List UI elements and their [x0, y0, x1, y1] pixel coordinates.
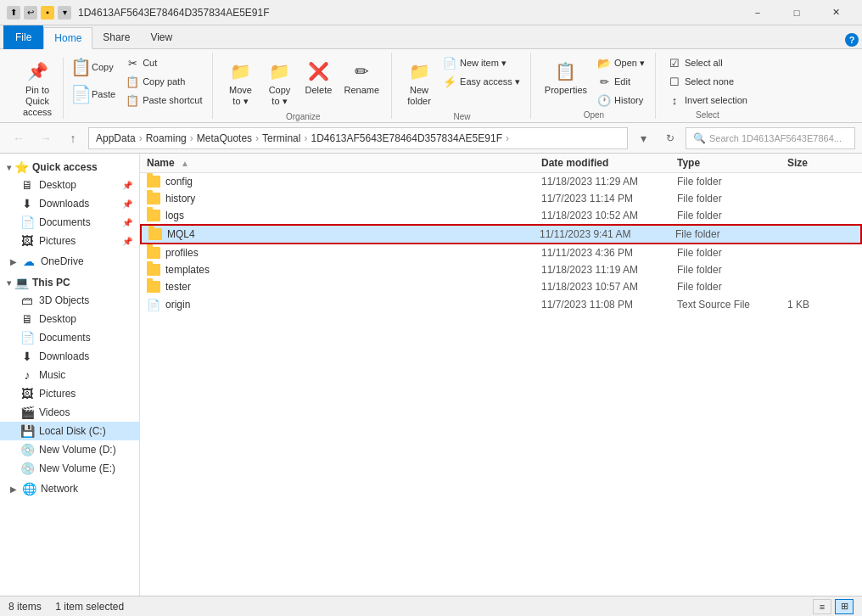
- network-section: ▶ 🌐 Network: [0, 479, 139, 498]
- col-header-name[interactable]: Name ▲: [147, 157, 541, 169]
- copy-path-button[interactable]: 📋 Copy path: [122, 73, 205, 90]
- move-to-button[interactable]: 📁 Moveto ▾: [221, 54, 259, 110]
- close-button[interactable]: ✕: [816, 0, 855, 25]
- this-pc-header[interactable]: ▾ 💻 This PC: [0, 272, 139, 291]
- refresh-button[interactable]: ↻: [658, 126, 682, 150]
- title-undo-icon: ↩: [24, 6, 37, 20]
- minimize-button[interactable]: −: [738, 0, 777, 25]
- sidebar: ▾ ⭐ Quick access 🖥 Desktop 📌 ⬇ Downloads…: [0, 154, 140, 596]
- paste-icon: 📄: [70, 84, 92, 104]
- sidebar-item-downloads2[interactable]: ⬇ Downloads: [0, 347, 139, 366]
- file-type: Text Source File: [677, 299, 787, 311]
- sidebar-item-documents[interactable]: 📄 Documents 📌: [0, 213, 139, 232]
- col-header-size[interactable]: Size: [787, 157, 855, 169]
- rename-button[interactable]: ✏ Rename: [339, 54, 384, 99]
- paste-shortcut-button[interactable]: 📋 Paste shortcut: [122, 92, 205, 109]
- sidebar-item-videos[interactable]: 🎬 Videos: [0, 403, 139, 422]
- onedrive-label: OneDrive: [41, 255, 84, 267]
- help-button[interactable]: ?: [845, 33, 859, 47]
- col-header-date[interactable]: Date modified: [541, 157, 677, 169]
- tab-view[interactable]: View: [140, 26, 182, 48]
- sidebar-item-downloads[interactable]: ⬇ Downloads 📌: [0, 194, 139, 213]
- file-type: File folder: [675, 228, 786, 240]
- sidebar-item-desktop[interactable]: 🖥 Desktop 📌: [0, 176, 139, 194]
- videos-icon: 🎬: [20, 406, 34, 419]
- clipboard-group: 📌 Pin to Quickaccess 📋 Copy 📄 Paste: [7, 53, 213, 119]
- file-type: File folder: [677, 210, 787, 221]
- open-button[interactable]: 📂 Open ▾: [594, 54, 648, 71]
- table-row[interactable]: tester 11/18/2023 10:57 AM File folder: [140, 278, 862, 295]
- sidebar-item-music[interactable]: ♪ Music: [0, 366, 139, 384]
- large-icons-view-button[interactable]: ⊞: [835, 599, 854, 614]
- address-path[interactable]: AppData › Roaming › MetaQuotes › Termina…: [88, 127, 628, 149]
- col-header-type[interactable]: Type: [677, 157, 787, 169]
- path-hash[interactable]: 1D4613AF5643E78464D357834AE5E91F: [311, 132, 502, 144]
- downloads-icon: ⬇: [20, 197, 34, 210]
- delete-button[interactable]: ❌ Delete: [299, 54, 337, 99]
- table-row[interactable]: templates 11/18/2023 11:19 AM File folde…: [140, 261, 862, 278]
- tab-share[interactable]: Share: [92, 26, 140, 48]
- path-terminal[interactable]: Terminal: [262, 132, 300, 144]
- sidebar-item-pictures2[interactable]: 🖼 Pictures: [0, 384, 139, 403]
- select-none-icon: ☐: [668, 75, 681, 88]
- pin-quick-access-button[interactable]: 📌 Pin to Quickaccess: [14, 54, 61, 122]
- new-item-icon: 📄: [443, 56, 456, 70]
- sidebar-item-vol-d[interactable]: 💿 New Volume (D:): [0, 440, 139, 459]
- copy-to-icon: 📁: [266, 58, 293, 85]
- folder-icon: [147, 281, 160, 293]
- this-pc-section: ▾ 💻 This PC 🗃 3D Objects 🖥 Desktop 📄 Doc…: [0, 272, 139, 478]
- sidebar-item-documents2[interactable]: 📄 Documents: [0, 328, 139, 347]
- easy-access-button[interactable]: ⚡ Easy access ▾: [439, 73, 523, 90]
- select-none-button[interactable]: ☐ Select none: [664, 73, 751, 90]
- history-icon: 🕐: [597, 93, 611, 107]
- path-metaquotes[interactable]: MetaQuotes: [197, 132, 252, 144]
- table-row[interactable]: 📄 origin 11/7/2023 11:08 PM Text Source …: [140, 295, 862, 314]
- new-folder-icon: 📁: [406, 58, 433, 85]
- quick-access-chevron: ▾: [7, 163, 11, 172]
- sidebar-item-pictures[interactable]: 🖼 Pictures 📌: [0, 232, 139, 250]
- history-button[interactable]: 🕐 History: [594, 92, 648, 109]
- table-row[interactable]: MQL4 11/11/2023 9:41 AM File folder: [140, 224, 862, 244]
- local-disk-icon: 💾: [20, 424, 34, 438]
- table-row[interactable]: config 11/18/2023 11:29 AM File folder: [140, 173, 862, 190]
- path-roaming[interactable]: Roaming: [146, 132, 187, 144]
- details-view-button[interactable]: ≡: [813, 599, 831, 614]
- select-all-button[interactable]: ☑ Select all: [664, 54, 751, 71]
- maximize-button[interactable]: □: [777, 0, 816, 25]
- table-row[interactable]: history 11/7/2023 11:14 PM File folder: [140, 190, 862, 207]
- paste-button[interactable]: 📄 Paste: [65, 81, 120, 107]
- tab-home[interactable]: Home: [43, 27, 92, 49]
- sidebar-item-network[interactable]: ▶ 🌐 Network: [0, 479, 139, 498]
- up-button[interactable]: ↑: [61, 126, 85, 150]
- sidebar-item-onedrive[interactable]: ▶ ☁ OneDrive: [0, 252, 139, 271]
- table-row[interactable]: logs 11/18/2023 10:52 AM File folder: [140, 207, 862, 224]
- properties-button[interactable]: 📋 Properties: [540, 54, 592, 99]
- onedrive-section: ▶ ☁ OneDrive: [0, 252, 139, 271]
- path-appdata[interactable]: AppData: [96, 132, 136, 144]
- file-list-header: Name ▲ Date modified Type Size: [140, 154, 862, 173]
- new-group: 📁 Newfolder 📄 New item ▾ ⚡ Easy access ▾…: [394, 53, 531, 119]
- search-box[interactable]: 🔍 Search 1D4613AF5643E7864...: [686, 127, 855, 149]
- ribbon: File Home Share View ? 📌 Pin to Quickacc…: [0, 25, 862, 123]
- edit-button[interactable]: ✏ Edit: [594, 73, 648, 90]
- select-group: ☑ Select all ☐ Select none ↕ Invert sele…: [658, 53, 758, 119]
- quick-access-header[interactable]: ▾ ⭐ Quick access: [0, 157, 139, 176]
- sidebar-item-local-disk[interactable]: 💾 Local Disk (C:): [0, 422, 139, 440]
- sidebar-item-vol-e[interactable]: 💿 New Volume (E:): [0, 459, 139, 478]
- path-dropdown-button[interactable]: ▾: [631, 126, 655, 150]
- file-name: config: [147, 176, 541, 188]
- new-item-button[interactable]: 📄 New item ▾: [439, 54, 523, 71]
- sidebar-item-3dobjects[interactable]: 🗃 3D Objects: [0, 291, 139, 310]
- copy-to-button[interactable]: 📁 Copyto ▾: [260, 54, 298, 110]
- quick-access-icon: ⭐: [14, 160, 29, 174]
- new-folder-button[interactable]: 📁 Newfolder: [400, 54, 438, 110]
- paste-shortcut-icon: 📋: [126, 93, 139, 107]
- invert-selection-button[interactable]: ↕ Invert selection: [664, 92, 751, 109]
- edit-icon: ✏: [597, 75, 611, 88]
- sidebar-item-desktop2[interactable]: 🖥 Desktop: [0, 310, 139, 328]
- cut-button[interactable]: ✂ Cut: [122, 54, 205, 71]
- copy-button[interactable]: 📋 Copy: [65, 54, 120, 80]
- table-row[interactable]: profiles 11/11/2023 4:36 PM File folder: [140, 244, 862, 261]
- open-icon: 📂: [597, 56, 611, 70]
- tab-file[interactable]: File: [3, 25, 43, 49]
